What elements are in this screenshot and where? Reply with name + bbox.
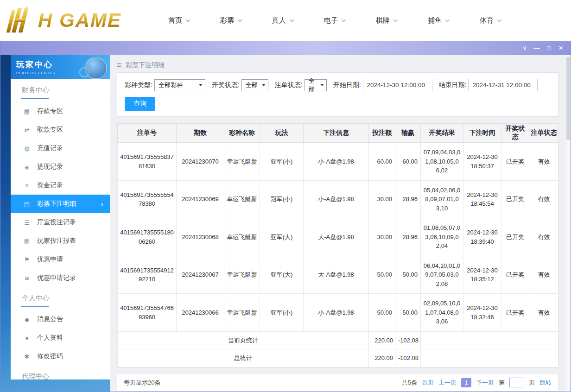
bet-detail-table: 注单号 期数 彩种名称 玩法 下注信息 投注额 输赢 开奖结果 下注时间 开奖状…	[117, 123, 559, 367]
summary-bet-amount: 220.00	[369, 331, 395, 349]
cell-order-status: 有效	[529, 294, 559, 332]
total-summary-row: 总统计 220.00 -102.08	[118, 349, 559, 367]
sidebar-item-change-password[interactable]: ✱ 修改密码	[11, 347, 110, 366]
scrollbar-thumb[interactable]	[566, 57, 570, 140]
app-window: ∨ — □ ✕ 玩家中心 PLAYERS CENTER 财务中心 ▤ 存款专区 …	[0, 41, 571, 392]
cell-bet-info: 大-A盘@1.98	[304, 256, 369, 294]
deposit-icon: ▤	[23, 108, 31, 115]
chevron-down-icon	[445, 18, 450, 22]
cell-bet-time: 2024-12-30 18:45:54	[463, 180, 501, 218]
table-header-row: 注单号 期数 彩种名称 玩法 下注信息 投注额 输赢 开奖结果 下注时间 开奖状…	[118, 124, 559, 143]
sidebar-item-recharge-record[interactable]: ◍ 充值记录	[11, 139, 110, 158]
nav-item-fishing[interactable]: 捕鱼	[412, 16, 464, 25]
cell-play: 亚军(小)	[260, 294, 304, 332]
cell-lottery-name: 幸运飞艇新	[224, 218, 260, 256]
players-center-subtitle: PLAYERS CENTER	[16, 71, 104, 75]
start-date-input[interactable]	[363, 79, 432, 91]
cell-bet-info: 小-A盘@1.98	[304, 294, 369, 332]
current-page-indicator[interactable]: 1	[461, 378, 471, 387]
next-page-link[interactable]: 下一页	[476, 379, 494, 387]
withdraw-icon: ⇄	[23, 126, 31, 133]
menu-toggle-icon[interactable]: ≡	[117, 61, 121, 70]
promo-record-icon: ≋	[23, 275, 31, 282]
cell-draw-status: 已开奖	[501, 143, 529, 181]
sidebar-item-withdraw-record[interactable]: ◈ 提现记录	[11, 158, 110, 176]
header-draw-result: 开奖结果	[421, 124, 463, 143]
header-draw-status: 开奖状态	[501, 124, 529, 143]
nav-item-sports[interactable]: 体育	[464, 16, 516, 25]
logo-mark-icon	[6, 6, 35, 34]
cell-lottery-name: 幸运飞艇新	[224, 294, 260, 332]
summary-empty	[421, 349, 559, 367]
summary-label: 当前页统计	[118, 331, 369, 349]
main-content: ≡ 彩票下注明细 彩种类型: 全部彩种 开奖状态: 全部 注单状态:	[110, 55, 565, 392]
promo-apply-icon: ⚑	[23, 256, 31, 263]
cell-bet-time: 2024-12-30 18:35:12	[463, 256, 501, 294]
sidebar-item-lottery-bet-detail[interactable]: ▤ 彩票下注明细 ›	[11, 195, 110, 213]
query-button[interactable]: 查询	[125, 97, 155, 111]
summary-win-loss: -102.08	[395, 349, 421, 367]
order-status-label: 注单状态:	[275, 81, 303, 89]
cell-draw-status: 已开奖	[501, 218, 529, 256]
cell-period: 20241230068	[177, 218, 224, 256]
order-status-select[interactable]: 全部	[305, 79, 327, 91]
cell-draw-result: 07,09,04,03,01,08,10,05,06,02	[421, 143, 463, 181]
cell-bet-amount: 30.00	[369, 218, 395, 256]
first-page-link[interactable]: 首页	[422, 379, 434, 387]
chevron-down-icon	[186, 18, 190, 22]
window-close-button[interactable]: ✕	[555, 42, 567, 55]
cell-play: 冠军(小)	[260, 180, 304, 218]
nav-item-electronic[interactable]: 电子	[309, 16, 361, 25]
sidebar-item-deposit[interactable]: ▤ 存款专区	[11, 102, 110, 120]
cell-draw-result: 06,04,10,01,09,07,05,03,02,08	[421, 256, 463, 294]
total-count-text: 共5条	[402, 379, 417, 387]
sidebar-item-announcement[interactable]: ◆ 消息公告	[11, 310, 110, 329]
cell-draw-status: 已开奖	[501, 294, 529, 332]
cell-lottery-name: 幸运飞艇新	[224, 256, 260, 294]
jump-button[interactable]: 跳转	[539, 379, 552, 387]
sidebar-item-promo-record[interactable]: ≋ 优惠申请记录	[11, 269, 110, 287]
summary-win-loss: -102.08	[395, 331, 421, 349]
prev-page-link[interactable]: 上一页	[438, 379, 457, 387]
window-collapse-button[interactable]: ∨	[519, 42, 531, 55]
funds-record-icon: ¤	[23, 182, 31, 189]
page-size-text: 每页显示20条	[124, 379, 160, 387]
draw-status-label: 开奖状态:	[212, 81, 240, 89]
sidebar-item-withdraw[interactable]: ⇄ 取款专区	[11, 120, 110, 139]
lottery-type-select[interactable]: 全部彩种	[154, 79, 205, 91]
current-page-summary-row: 当前页统计 220.00 -102.08	[118, 331, 559, 349]
sidebar-item-funds-record[interactable]: ¤ 资金记录	[11, 176, 110, 195]
window-maximize-button[interactable]: □	[543, 42, 555, 55]
window-minimize-button[interactable]: —	[531, 42, 543, 55]
nav-item-board-games[interactable]: 棋牌	[361, 16, 412, 25]
page-jump-input[interactable]	[509, 378, 524, 387]
chevron-down-icon	[320, 84, 324, 86]
chevron-down-icon	[290, 18, 294, 22]
chevron-down-icon	[342, 18, 346, 22]
header-bet-amount: 投注额	[369, 124, 395, 143]
sidebar-item-hall-bet-record[interactable]: ☰ 厅室投注记录	[11, 213, 110, 232]
sidebar-header: 玩家中心 PLAYERS CENTER	[11, 55, 110, 79]
sidebar-item-player-bet-report[interactable]: ▦ 玩家投注报表	[11, 232, 110, 250]
profile-icon: ●	[23, 335, 31, 341]
cell-win-loss: 28.96	[395, 180, 421, 218]
end-date-input[interactable]	[468, 79, 538, 91]
sidebar-item-profile[interactable]: ● 个人资料	[11, 329, 110, 347]
vertical-scrollbar[interactable]	[565, 55, 571, 392]
cell-draw-result: 01,08,05,07,03,06,10,09,02,04	[421, 218, 463, 256]
cell-order-no: 401569173555476693960	[118, 294, 177, 332]
header-bet-time: 下注时间	[463, 124, 501, 143]
player-bet-report-icon: ▦	[23, 238, 31, 245]
table-row: 401569173555555478380 20241230069 幸运飞艇新 …	[118, 180, 559, 218]
cell-play: 亚军(大)	[260, 218, 304, 256]
logo[interactable]: H GAME	[6, 6, 140, 34]
sidebar: 玩家中心 PLAYERS CENTER 财务中心 ▤ 存款专区 ⇄ 取款专区 ◍…	[0, 55, 110, 392]
cell-play: 亚军(大)	[260, 256, 304, 294]
header-order-status: 注单状态	[529, 124, 559, 143]
draw-status-select[interactable]: 全部	[241, 79, 268, 91]
nav-item-lottery[interactable]: 彩票	[205, 16, 257, 25]
sidebar-item-promo-apply[interactable]: ⚑ 优惠申请	[11, 250, 110, 269]
cell-win-loss: -50.00	[395, 256, 421, 294]
nav-item-home[interactable]: 首页	[153, 16, 205, 25]
nav-item-live[interactable]: 真人	[257, 16, 309, 25]
